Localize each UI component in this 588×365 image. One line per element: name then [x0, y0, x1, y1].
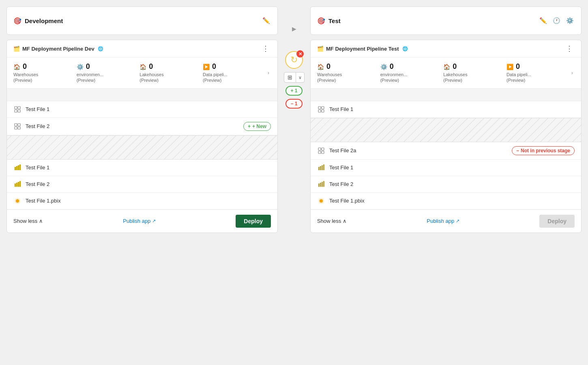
test-pipe-icon: 🗂️	[317, 46, 324, 52]
dev-pipeline-card: 🗂️ MF Deployment Pipeline Dev 🌐 ⋮ 🏠 0 Wa…	[6, 40, 278, 233]
test-card-footer: Show less ∧ Publish app ↗ Deploy	[311, 209, 581, 233]
plus-icon: +	[248, 124, 251, 129]
compare-chevron-icon: ∨	[296, 73, 304, 82]
svg-rect-1	[18, 107, 20, 109]
dev-pipe-icon: 🗂️	[13, 46, 20, 52]
test-pbix-icon	[317, 197, 325, 205]
svg-rect-10	[18, 165, 19, 170]
dev-publish-label: Publish app	[123, 218, 150, 224]
minus-icon: −	[516, 148, 519, 154]
test-file2a-name: Test File 2a	[329, 147, 508, 154]
svg-rect-32	[322, 182, 323, 187]
dev-pipeline-header: 🗂️ MF Deployment Pipeline Dev 🌐 ⋮	[7, 40, 277, 58]
dev-publish-button[interactable]: Publish app ↗	[123, 218, 156, 224]
right-arrow-icon: ▶	[292, 26, 296, 32]
dev-lakehouse-count: 0	[149, 62, 153, 71]
test-file-row-testfile1-dots: Test File 1	[311, 101, 581, 118]
test-env-count: 0	[390, 62, 394, 71]
dev-stats-arrow[interactable]: ›	[266, 70, 271, 76]
test-deploy-label: Deploy	[547, 218, 567, 224]
test-warehouse-icon: 🏠	[317, 64, 324, 70]
sync-button[interactable]: ↻ ✕	[285, 51, 303, 69]
svg-rect-5	[18, 124, 20, 126]
test-actions: ✏️ 🕐 ⚙️	[539, 16, 575, 25]
test-network-icon: 🌐	[402, 46, 408, 51]
dev-file1-dots-name: Test File 1	[26, 106, 271, 112]
test-edit-button[interactable]: ✏️	[539, 16, 548, 25]
dev-kebab-button[interactable]: ⋮	[260, 45, 271, 52]
svg-rect-14	[18, 182, 19, 187]
test-history-button[interactable]: 🕐	[552, 16, 561, 25]
dev-env-label: environmen...(Preview)	[77, 72, 104, 83]
test-kebab-button[interactable]: ⋮	[564, 45, 575, 52]
dev-report1-icon	[13, 164, 21, 172]
test-icon: 🎯	[317, 17, 325, 25]
dev-file-row-report2: Test File 2	[7, 176, 277, 193]
sync-circle-icon: ↻	[290, 55, 298, 65]
dev-file2-dots-icon	[13, 122, 21, 130]
test-pipeline-title-text: MF Deployment Pipeline Test	[326, 46, 399, 52]
svg-rect-2	[15, 110, 17, 112]
dev-section-divider	[7, 88, 277, 101]
test-datapipe-count: 0	[516, 62, 520, 71]
svg-rect-8	[15, 167, 16, 170]
test-file2a-dots-icon	[317, 147, 325, 155]
dev-pipeline-title-text: MF Deployment Pipeline Dev	[22, 46, 94, 52]
connector-column: ▶ ↻ ✕ ⊞ ∨ + 1 − 1	[278, 6, 310, 109]
dev-show-less-label: Show less	[13, 218, 37, 224]
test-report1-name: Test File 1	[329, 164, 575, 171]
dev-publish-ext-icon: ↗	[152, 218, 156, 224]
svg-rect-0	[15, 107, 17, 109]
development-edit-button[interactable]: ✏️	[262, 16, 271, 25]
test-publish-button[interactable]: Publish app ↗	[427, 218, 459, 224]
test-deploy-button: Deploy	[539, 215, 575, 228]
dev-datapipe-count: 0	[212, 62, 216, 71]
svg-rect-18	[318, 107, 321, 109]
compare-button[interactable]: ⊞ ∨	[284, 72, 305, 83]
test-report2-icon	[317, 180, 325, 188]
test-pbix-name: Test File 1.pbix	[329, 198, 575, 204]
test-header-card: 🎯 Test ✏️ 🕐 ⚙️	[310, 6, 582, 35]
svg-rect-25	[322, 151, 324, 154]
test-title: 🎯 Test	[317, 17, 341, 25]
dev-file-row-report1: Test File 1	[7, 160, 277, 176]
test-lakehouse-label: Lakehouses(Preview)	[443, 72, 467, 83]
test-file-row-report1: Test File 1	[311, 160, 581, 176]
svg-rect-26	[318, 167, 320, 170]
test-publish-label: Publish app	[427, 218, 454, 224]
test-stat-lakehouses: 🏠 0 Lakehouses(Preview)	[443, 62, 506, 83]
test-datapipe-label: Data pipeli...(Preview)	[506, 72, 531, 83]
test-lakehouse-count: 0	[453, 62, 457, 71]
svg-point-17	[16, 199, 19, 203]
dev-deploy-button[interactable]: Deploy	[236, 215, 271, 228]
diff-removed-label: − 1	[290, 101, 297, 107]
dev-report2-name: Test File 2	[26, 181, 271, 187]
test-settings-button[interactable]: ⚙️	[565, 16, 575, 25]
dev-deploy-label: Deploy	[244, 218, 263, 224]
test-pipeline-header: 🗂️ MF Deployment Pipeline Test 🌐 ⋮	[311, 40, 581, 58]
svg-rect-13	[16, 183, 17, 187]
dev-file-row-testfile1-dots: Test File 1	[7, 101, 277, 118]
test-show-less-button[interactable]: Show less ∧	[317, 218, 347, 224]
diff-added-label: + 1	[290, 88, 297, 94]
test-pipeline-card: 🗂️ MF Deployment Pipeline Test 🌐 ⋮ 🏠 0 W…	[310, 40, 582, 233]
dev-show-less-button[interactable]: Show less ∧	[13, 218, 43, 224]
dev-file2-dots-name: Test File 2	[26, 123, 239, 129]
dev-file2-new-label: + New	[252, 124, 266, 129]
test-report1-icon	[317, 164, 325, 172]
dev-file-row-testfile2-dots: Test File 2 + + New	[7, 118, 277, 135]
svg-rect-20	[318, 110, 321, 112]
svg-point-35	[320, 199, 323, 203]
svg-rect-22	[318, 148, 321, 150]
test-report2-name: Test File 2	[329, 181, 575, 187]
dev-report2-icon	[13, 180, 21, 188]
dev-datapipe-icon: ▶️	[203, 64, 210, 70]
test-pipeline-title-group: 🗂️ MF Deployment Pipeline Test 🌐	[317, 46, 408, 52]
dev-stat-datapipeline: ▶️ 0 Data pipeli...(Preview)	[203, 62, 266, 83]
test-stats-arrow[interactable]: ›	[570, 70, 575, 76]
svg-rect-24	[318, 151, 321, 154]
svg-rect-31	[320, 183, 321, 187]
test-warehouse-label: Warehouses(Preview)	[317, 72, 342, 83]
dev-lakehouse-label: Lakehouses(Preview)	[139, 72, 163, 83]
svg-rect-33	[323, 181, 324, 187]
